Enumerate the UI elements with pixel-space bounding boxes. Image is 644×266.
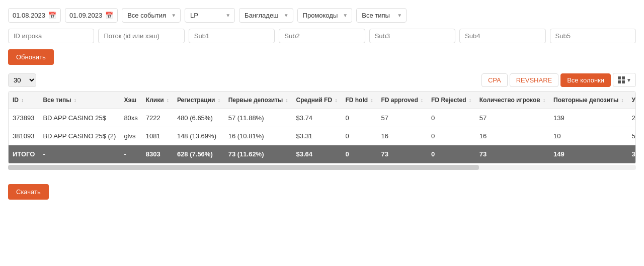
lp-select[interactable]: LP ▼: [185, 8, 235, 23]
chevron-down-icon: ▼: [284, 13, 289, 18]
refresh-button[interactable]: Обновить: [8, 49, 54, 65]
revshare-button[interactable]: REVSHARE: [510, 73, 559, 87]
chevron-down-icon: ▼: [171, 13, 176, 18]
sub2-input[interactable]: [279, 29, 365, 43]
sort-arrows[interactable]: ↕: [370, 98, 373, 103]
cell-repeat_deposits: 10: [549, 127, 628, 145]
totals-cell-unique_rd: 32: [628, 145, 636, 163]
cell-unique_rd: 27: [628, 109, 636, 127]
sort-arrows[interactable]: ↕: [167, 98, 169, 103]
cell-fd_approved: 57: [377, 109, 427, 127]
cell-first_deposits: 16 (10.81%): [224, 127, 292, 145]
col-id: ID ↕: [9, 92, 39, 109]
horizontal-scrollbar[interactable]: [8, 165, 636, 170]
cell-player_count: 16: [475, 127, 549, 145]
cell-id: 381093: [9, 127, 39, 145]
cell-avg_fd: $3.31: [292, 127, 341, 145]
sort-arrows[interactable]: ↕: [621, 98, 624, 103]
cell-unique_rd: 5: [628, 127, 636, 145]
cell-registrations: 148 (13.69%): [173, 127, 224, 145]
cell-clicks: 7222: [142, 109, 173, 127]
events-select[interactable]: Все события ▼: [122, 8, 181, 23]
calendar-to-icon[interactable]: 📅: [105, 12, 113, 19]
table-row: 373893BD APP CASINO 25$80xs7222480 (6.65…: [9, 109, 636, 127]
table-body: 373893BD APP CASINO 25$80xs7222480 (6.65…: [9, 109, 636, 163]
sort-arrows[interactable]: ↕: [74, 98, 76, 103]
download-button[interactable]: Скачать: [8, 184, 49, 200]
totals-cell-clicks: 8303: [142, 145, 173, 163]
date-to-value: 01.09.2023: [69, 12, 102, 19]
totals-cell-registrations: 628 (7.56%): [173, 145, 224, 163]
sort-arrows[interactable]: ↕: [421, 98, 423, 103]
col-repeat-deposits: Повторные депозиты ↕: [549, 92, 628, 109]
date-from-wrap: 01.08.2023 📅: [8, 8, 61, 23]
cell-type: BD APP CASINO 25$: [39, 109, 120, 127]
totals-cell-fd_approved: 73: [377, 145, 427, 163]
svg-rect-0: [618, 76, 621, 79]
column-buttons: CPA REVSHARE Все колонки ▼: [481, 73, 636, 87]
per-page-select[interactable]: 30 50 100: [8, 73, 36, 87]
data-table: ID ↕ Все типы ↕ Хэш Клики ↕ Регистрации …: [9, 92, 636, 163]
date-from-value: 01.08.2023: [13, 12, 45, 19]
sort-arrows[interactable]: ↕: [469, 98, 471, 103]
col-hash: Хэш: [120, 92, 141, 109]
cell-fd_hold: 0: [341, 109, 377, 127]
sub1-input[interactable]: [189, 29, 275, 43]
data-table-wrap: ID ↕ Все типы ↕ Хэш Клики ↕ Регистрации …: [8, 91, 636, 164]
totals-cell-fd_hold: 0: [341, 145, 377, 163]
svg-rect-2: [618, 80, 621, 83]
sub-filter-row: [8, 29, 636, 43]
col-unique-rd: Уникальный RD ↕: [628, 92, 636, 109]
promo-select[interactable]: Промокоды ▼: [297, 8, 353, 23]
col-fd-approved: FD approved ↕: [377, 92, 427, 109]
stream-input[interactable]: [98, 29, 184, 43]
col-fd-hold: FD hold ↕: [341, 92, 377, 109]
chevron-down-icon: ▼: [397, 13, 402, 18]
cell-hash: 80xs: [120, 109, 141, 127]
cell-clicks: 1081: [142, 127, 173, 145]
sub3-input[interactable]: [369, 29, 455, 43]
cell-first_deposits: 57 (11.88%): [224, 109, 292, 127]
col-registrations: Регистрации ↕: [173, 92, 224, 109]
sort-arrows[interactable]: ↕: [218, 98, 220, 103]
filter-row: 01.08.2023 📅 01.09.2023 📅 Все события ▼ …: [8, 8, 636, 23]
totals-row: ИТОГО--8303628 (7.56%)73 (11.62%)$3.6407…: [9, 145, 636, 163]
types-value: Все типы: [362, 12, 390, 19]
cell-repeat_deposits: 139: [549, 109, 628, 127]
cpa-button[interactable]: CPA: [481, 73, 508, 87]
sub4-input[interactable]: [459, 29, 545, 43]
types-select[interactable]: Все типы ▼: [356, 8, 407, 23]
cell-player_count: 57: [475, 109, 549, 127]
totals-cell-type: -: [39, 145, 120, 163]
per-page-wrap: 30 50 100: [8, 73, 36, 87]
totals-cell-repeat_deposits: 149: [549, 145, 628, 163]
calendar-from-icon[interactable]: 📅: [48, 12, 56, 19]
sort-arrows[interactable]: ↕: [21, 98, 24, 103]
cell-hash: glvs: [120, 127, 141, 145]
lp-value: LP: [190, 12, 198, 19]
cell-registrations: 480 (6.65%): [173, 109, 224, 127]
grid-view-button[interactable]: ▼: [613, 73, 636, 87]
cell-fd_rejected: 0: [427, 109, 475, 127]
col-player-count: Количество игроков ↕: [475, 92, 549, 109]
cell-type: BD APP CASINO 25$ (2): [39, 127, 120, 145]
table-controls: 30 50 100 CPA REVSHARE Все колонки ▼: [8, 73, 636, 87]
sort-arrows[interactable]: ↕: [543, 98, 545, 103]
sort-arrows[interactable]: ↕: [285, 98, 288, 103]
events-value: Все события: [127, 12, 166, 19]
scrollbar-thumb[interactable]: [8, 165, 479, 170]
totals-cell-first_deposits: 73 (11.62%): [224, 145, 292, 163]
chevron-down-icon: ▼: [343, 13, 348, 18]
country-select[interactable]: Бангладеш ▼: [239, 8, 293, 23]
player-id-input[interactable]: [8, 29, 94, 43]
date-to-wrap: 01.09.2023 📅: [65, 8, 118, 23]
country-value: Бангладеш: [245, 12, 278, 19]
totals-cell-avg_fd: $3.64: [292, 145, 341, 163]
totals-cell-hash: -: [120, 145, 141, 163]
sub5-input[interactable]: [550, 29, 636, 43]
all-columns-button[interactable]: Все колонки: [560, 73, 611, 87]
sort-arrows[interactable]: ↕: [335, 98, 337, 103]
svg-rect-1: [622, 76, 625, 79]
cell-avg_fd: $3.74: [292, 109, 341, 127]
chevron-down-icon: ▼: [225, 13, 230, 18]
